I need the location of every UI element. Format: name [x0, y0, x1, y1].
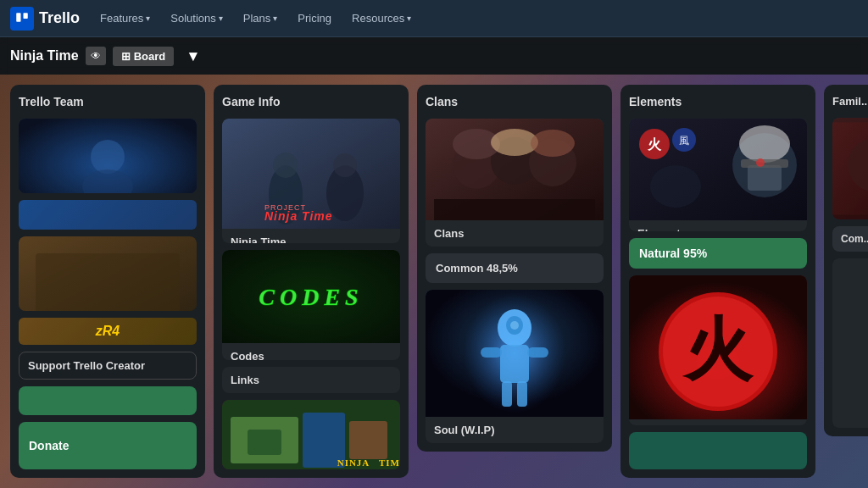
- svg-rect-38: [527, 347, 548, 358]
- svg-rect-21: [349, 421, 387, 459]
- board-area: Trello Team Trello T: [0, 75, 868, 488]
- nav-plans[interactable]: Plans ▾: [236, 8, 285, 28]
- svg-text:PROJECT: PROJECT: [264, 203, 306, 212]
- chevron-down-icon: ▾: [273, 14, 277, 23]
- svg-point-53: [650, 165, 701, 208]
- card-water-partial[interactable]: [629, 432, 807, 469]
- codes-title: Codes: [231, 350, 392, 359]
- family-svg: [832, 118, 868, 219]
- codes-image: CODES CODES: [222, 250, 400, 343]
- svg-point-49: [739, 125, 790, 163]
- column-clans: Clans: [417, 85, 612, 452]
- svg-text:火: 火: [682, 313, 754, 387]
- ninja-time-image: Ninja Time PROJECT: [222, 119, 400, 229]
- card-zr4[interactable]: zR4: [19, 236, 197, 311]
- column-title-clans: Clans: [426, 93, 604, 112]
- fire-svg: 火 火: [629, 275, 807, 419]
- ninja-time-title: Ninja Time: [231, 236, 392, 243]
- donate-label: Donate: [29, 439, 69, 452]
- top-navigation: Trello Features ▾ Solutions ▾ Plans ▾ Pr…: [0, 0, 868, 37]
- nav-pricing[interactable]: Pricing: [291, 8, 338, 28]
- card-common[interactable]: Common 48,5%: [426, 253, 604, 283]
- soul-card-title: Soul (W.I.P): [434, 424, 595, 436]
- svg-rect-19: [248, 430, 281, 455]
- svg-rect-6: [36, 253, 180, 311]
- board-visibility-button[interactable]: 👁: [86, 47, 106, 65]
- svg-rect-50: [748, 165, 782, 191]
- card-natural[interactable]: Natural 95%: [629, 238, 807, 269]
- svg-text:風: 風: [679, 135, 689, 147]
- elements-card-title: Elements: [637, 227, 798, 231]
- trello-icon: [14, 11, 30, 26]
- links-title: Links: [231, 374, 392, 386]
- nav-resources[interactable]: Resources ▾: [345, 8, 418, 28]
- clans-image: [426, 119, 604, 220]
- card-support-creator[interactable]: Support Trello Creator: [19, 352, 197, 380]
- column-elements: Elements 火 風: [620, 85, 815, 478]
- clans-card-title: Clans: [434, 227, 595, 240]
- svg-point-42: [510, 321, 519, 330]
- trello-team-svg: [19, 119, 197, 193]
- elements-image: 火 風: [629, 119, 807, 220]
- board-view-button[interactable]: ⊞ Board: [113, 47, 175, 66]
- svg-rect-0: [16, 13, 20, 22]
- card-zr4-image: [19, 236, 197, 311]
- column-title-elements: Elements: [629, 93, 807, 112]
- ninja-time-body: Ninja Time: [222, 229, 400, 243]
- card-blue-rectangle[interactable]: [19, 200, 197, 229]
- svg-rect-51: [741, 159, 788, 168]
- support-creator-title: Support Trello Creator: [28, 359, 187, 372]
- column-title-game-info: Game Info: [222, 93, 400, 112]
- svg-text:CODES: CODES: [259, 284, 363, 310]
- soul-card-body: Soul (W.I.P): [426, 417, 604, 443]
- column-family-partial: Famil... Com...: [824, 85, 868, 436]
- card-links-map[interactable]: NINJA TIME: [222, 400, 400, 469]
- svg-rect-37: [481, 347, 502, 358]
- nav-solutions[interactable]: Solutions ▾: [164, 8, 229, 28]
- card-soul-partial[interactable]: Soul: [832, 258, 868, 428]
- clans-card-body: Clans: [426, 220, 604, 247]
- trello-logo[interactable]: Trello: [10, 7, 80, 30]
- card-trello-team-image: [19, 119, 197, 193]
- zr4-banner-text: zR4: [96, 324, 120, 339]
- board-chevron-button[interactable]: ▾: [181, 43, 205, 69]
- card-donate[interactable]: Donate: [19, 422, 197, 469]
- card-green-placeholder[interactable]: [19, 386, 197, 415]
- codes-body: Codes: [222, 343, 400, 359]
- card-trello-team[interactable]: Trello Team: [19, 119, 197, 193]
- family-image: [832, 118, 868, 219]
- svg-text:NINJA: NINJA: [337, 458, 370, 468]
- card-clans-img[interactable]: Clans: [426, 119, 604, 247]
- soul-partial-text: Soul: [860, 265, 868, 323]
- card-common-partial[interactable]: Com...: [832, 226, 868, 252]
- column-title-trello-team: Trello Team: [19, 93, 197, 112]
- svg-rect-1: [24, 13, 28, 19]
- svg-text:火: 火: [647, 137, 662, 152]
- common-partial-title: Com...: [841, 233, 868, 245]
- card-fire[interactable]: 火 火 Fire: [629, 275, 807, 425]
- card-family-img[interactable]: [832, 118, 868, 219]
- svg-rect-36: [500, 345, 529, 383]
- card-links[interactable]: Links: [222, 367, 400, 393]
- card-ninja-time[interactable]: Ninja Time PROJECT Ninja Time: [222, 119, 400, 243]
- natural-label: Natural 95%: [639, 247, 707, 260]
- nav-features[interactable]: Features ▾: [93, 8, 157, 28]
- column-title-family: Famil...: [832, 93, 868, 111]
- codes-svg: CODES CODES: [222, 250, 400, 343]
- card-elements-img[interactable]: 火 風 Elements: [629, 119, 807, 231]
- card-codes[interactable]: CODES CODES Codes: [222, 250, 400, 359]
- card-soul[interactable]: Soul (W.I.P): [426, 290, 604, 443]
- clans-svg: [426, 119, 604, 220]
- board-title: Ninja Time: [10, 48, 79, 64]
- card-zr4-banner[interactable]: zR4: [19, 318, 197, 344]
- chevron-down-icon: ▾: [219, 14, 223, 23]
- svg-rect-39: [502, 381, 512, 407]
- svg-rect-32: [434, 199, 595, 220]
- svg-point-31: [531, 130, 575, 157]
- common-title: Common 48,5%: [436, 262, 593, 274]
- board-view-icon: ⊞: [121, 50, 131, 63]
- elements-svg: 火 風: [629, 119, 807, 220]
- soul-image: [426, 290, 604, 417]
- trello-logo-text: Trello: [39, 9, 80, 27]
- map-svg: NINJA TIME: [222, 400, 400, 469]
